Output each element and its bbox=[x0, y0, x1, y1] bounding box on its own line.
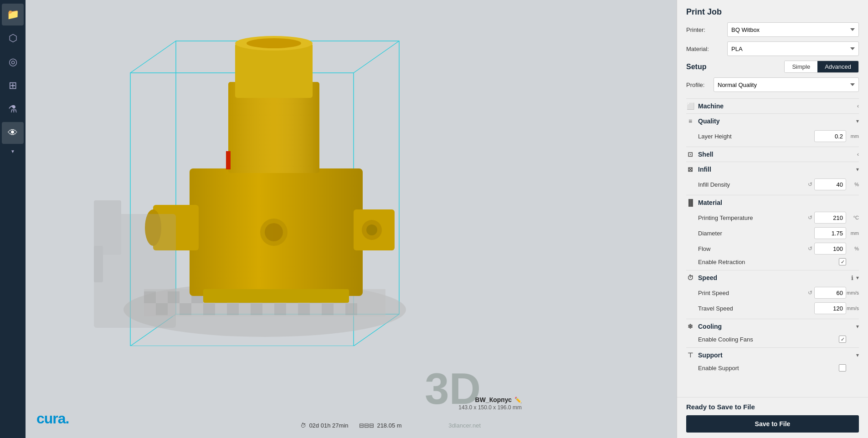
machine-chevron: ‹ bbox=[857, 103, 859, 109]
filename-row: BW_Корпус ✏️ bbox=[458, 396, 522, 403]
eye-icon: 👁 bbox=[8, 127, 18, 139]
enable-cooling-fans-row: Enable Cooling Fans bbox=[686, 334, 859, 345]
filename-text: BW_Корпус bbox=[475, 396, 512, 403]
setup-title: Setup bbox=[686, 63, 706, 71]
infill-icon: ⊠ bbox=[686, 166, 694, 173]
svg-rect-24 bbox=[322, 303, 334, 315]
infill-density-unit: % bbox=[846, 182, 859, 187]
speed-label: Speed bbox=[698, 274, 717, 281]
infill-density-reset[interactable]: ↺ bbox=[808, 181, 812, 188]
support-body: Enable Support bbox=[686, 362, 859, 376]
logo-text: cura bbox=[36, 410, 66, 427]
shell-header[interactable]: ⊡ Shell ‹ bbox=[686, 147, 859, 162]
sidebar-expand-button[interactable]: ▼ bbox=[2, 146, 24, 157]
sidebar-item-shape1[interactable]: ⬡ bbox=[2, 27, 24, 49]
infill-header[interactable]: ⊠ Infill ▾ bbox=[686, 162, 859, 177]
cooling-header[interactable]: ❄ Cooling ▾ bbox=[686, 319, 859, 334]
diameter-unit: mm bbox=[846, 230, 859, 236]
material-label: Material: bbox=[686, 46, 727, 52]
scene-container[interactable]: cura. BW_Корпус ✏️ 143.0 x 150.0 x 196.0… bbox=[26, 0, 677, 438]
svg-line-1 bbox=[130, 41, 176, 73]
advanced-toggle[interactable]: Advanced bbox=[817, 61, 858, 72]
time-status: ⏱ 02d 01h 27min bbox=[300, 422, 348, 429]
cooling-body: Enable Cooling Fans bbox=[686, 334, 859, 347]
print-speed-input[interactable] bbox=[814, 287, 846, 299]
edit-icon[interactable]: ✏️ bbox=[514, 397, 522, 403]
ready-title: Ready to Save to File bbox=[686, 403, 859, 411]
speed-header[interactable]: ⏱ Speed ℹ ▾ bbox=[686, 270, 859, 285]
infill-chevron: ▾ bbox=[856, 166, 859, 173]
chevron-down-icon: ▼ bbox=[10, 149, 15, 154]
travel-speed-input[interactable] bbox=[814, 302, 846, 314]
material-settings-label: Material bbox=[698, 199, 722, 206]
sidebar-item-eye[interactable]: 👁 bbox=[2, 122, 24, 144]
cooling-chevron: ▾ bbox=[856, 323, 859, 330]
status-bar: ⏱ 02d 01h 27min ⊟⊟⊟ 218.05 m bbox=[300, 422, 401, 429]
flow-label: Flow bbox=[698, 245, 808, 252]
quality-header[interactable]: ≡ Quality ▾ bbox=[686, 114, 859, 128]
material-select[interactable]: PLA bbox=[727, 41, 859, 56]
print-speed-row: Print Speed ↺ mm/s bbox=[686, 285, 859, 300]
dimensions-text: 143.0 x 150.0 x 196.0 mm bbox=[458, 404, 522, 411]
info-icon[interactable]: ℹ bbox=[851, 275, 853, 281]
3d-model-svg bbox=[71, 18, 426, 346]
print-speed-unit: mm/s bbox=[846, 290, 859, 295]
flow-input[interactable] bbox=[814, 243, 846, 255]
print-temp-input[interactable] bbox=[814, 212, 846, 224]
support-header[interactable]: ⊤ Support ▾ bbox=[686, 348, 859, 362]
enable-cooling-fans-checkbox[interactable] bbox=[839, 336, 846, 343]
cooling-icon: ❄ bbox=[686, 323, 694, 330]
quality-chevron: ▾ bbox=[856, 118, 859, 124]
time-value: 02d 01h 27min bbox=[309, 422, 348, 429]
travel-speed-row: Travel Speed mm/s bbox=[686, 300, 859, 316]
watermark-site: 3dlancer.net bbox=[448, 422, 481, 429]
setup-header: Setup Simple Advanced bbox=[686, 61, 859, 73]
svg-line-2 bbox=[354, 41, 399, 73]
machine-header[interactable]: ⬜ Machine ‹ bbox=[686, 99, 859, 113]
enable-retraction-checkbox[interactable] bbox=[839, 258, 846, 265]
flow-unit: % bbox=[846, 246, 859, 251]
svg-rect-25 bbox=[345, 303, 357, 315]
simple-toggle[interactable]: Simple bbox=[785, 61, 817, 72]
sidebar-item-folder[interactable]: 📁 bbox=[2, 4, 24, 25]
infill-body: Infill Density ↺ % bbox=[686, 177, 859, 195]
logo-dot: . bbox=[66, 410, 69, 427]
layer-height-input[interactable] bbox=[814, 130, 846, 142]
svg-rect-46 bbox=[94, 246, 103, 282]
enable-support-checkbox[interactable] bbox=[839, 364, 846, 372]
svg-rect-21 bbox=[251, 303, 262, 315]
speed-icon: ⏱ bbox=[686, 274, 694, 281]
filament-value: 218.05 m bbox=[377, 422, 401, 429]
speed-chevron: ▾ bbox=[856, 275, 859, 281]
printer-select[interactable]: BQ Witbox bbox=[727, 22, 859, 37]
save-to-file-button[interactable]: Save to File bbox=[686, 415, 859, 433]
flow-reset[interactable]: ↺ bbox=[808, 245, 812, 252]
profile-select[interactable]: Normal Quality bbox=[714, 77, 859, 92]
shell-icon: ⊡ bbox=[686, 151, 694, 158]
print-temp-reset[interactable]: ↺ bbox=[808, 214, 812, 221]
enable-retraction-row: Enable Retraction bbox=[686, 256, 859, 267]
infill-density-row: Infill Density ↺ % bbox=[686, 177, 859, 192]
cooling-section: ❄ Cooling ▾ Enable Cooling Fans bbox=[686, 319, 859, 347]
shell-header-left: ⊡ Shell bbox=[686, 151, 713, 158]
infill-density-input[interactable] bbox=[814, 178, 846, 190]
svg-rect-43 bbox=[203, 289, 349, 303]
material-settings-header[interactable]: ▐▌ Material bbox=[686, 195, 859, 210]
shape2-icon: ◎ bbox=[9, 56, 17, 68]
print-speed-reset[interactable]: ↺ bbox=[808, 290, 812, 296]
clock-icon: ⏱ bbox=[300, 422, 306, 429]
support-icon: ⊤ bbox=[686, 351, 694, 359]
sidebar-item-flask[interactable]: ⚗ bbox=[2, 98, 24, 120]
speed-section: ⏱ Speed ℹ ▾ Print Speed ↺ mm/s Travel Sp… bbox=[686, 270, 859, 319]
sidebar-item-shape2[interactable]: ◎ bbox=[2, 51, 24, 73]
speed-header-left: ⏱ Speed bbox=[686, 274, 717, 281]
filament-status: ⊟⊟⊟ 218.05 m bbox=[359, 422, 401, 429]
material-row: Material: PLA bbox=[686, 41, 859, 56]
print-temp-unit: °C bbox=[846, 215, 859, 220]
svg-rect-32 bbox=[235, 43, 313, 98]
sidebar-item-shape3[interactable]: ⊞ bbox=[2, 75, 24, 97]
diameter-input[interactable] bbox=[814, 227, 846, 239]
svg-rect-18 bbox=[180, 303, 191, 315]
cooling-header-left: ❄ Cooling bbox=[686, 323, 722, 330]
setup-toggle-group: Simple Advanced bbox=[784, 61, 859, 73]
